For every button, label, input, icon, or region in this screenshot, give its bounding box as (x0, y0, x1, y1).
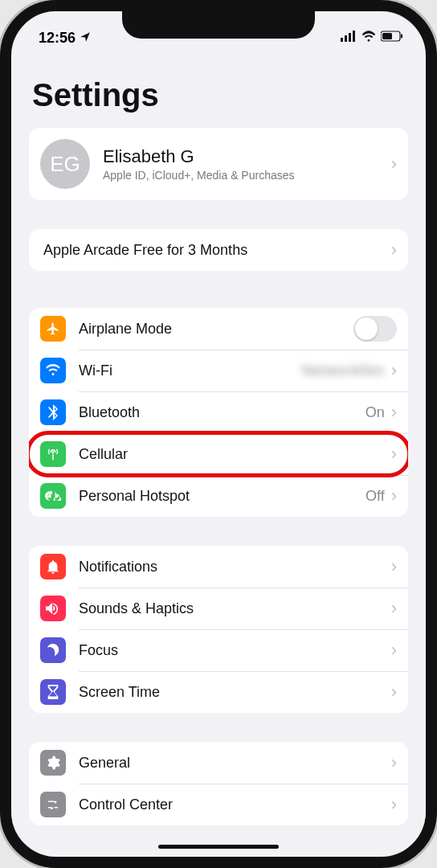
chevron-right-icon: › (391, 444, 397, 465)
screen-time-row[interactable]: Screen Time › (29, 671, 408, 713)
chevron-right-icon: › (391, 752, 397, 773)
chevron-right-icon: › (391, 360, 397, 381)
apple-arcade-promo-row[interactable]: Apple Arcade Free for 3 Months › (29, 229, 408, 271)
focus-row[interactable]: Focus › (29, 629, 408, 671)
sounds-label: Sounds & Haptics (79, 600, 391, 617)
sounds-row[interactable]: Sounds & Haptics › (29, 588, 408, 629)
screen-time-icon (40, 679, 66, 705)
airplane-icon (40, 316, 66, 342)
wifi-icon (361, 31, 376, 45)
gear-icon (40, 750, 66, 776)
cellular-label: Cellular (79, 446, 391, 463)
general-row[interactable]: General › (29, 742, 408, 784)
cellular-row[interactable]: Cellular › (29, 433, 408, 475)
wifi-row[interactable]: Wi-Fi NetworkNm › (29, 350, 408, 391)
notifications-icon (40, 554, 66, 579)
chevron-right-icon: › (391, 556, 397, 577)
chevron-right-icon: › (391, 154, 397, 174)
profile-subtitle: Apple ID, iCloud+, Media & Purchases (103, 169, 391, 182)
chevron-right-icon: › (391, 640, 397, 661)
svg-rect-3 (353, 31, 355, 42)
wifi-label: Wi-Fi (79, 362, 302, 379)
svg-rect-2 (349, 33, 351, 42)
focus-icon (40, 637, 66, 663)
airplane-label: Airplane Mode (79, 321, 353, 338)
hotspot-label: Personal Hotspot (79, 488, 366, 505)
chevron-right-icon: › (391, 598, 397, 619)
notch (122, 11, 315, 39)
sounds-icon (40, 596, 66, 621)
avatar: EG (40, 139, 90, 189)
profile-name: Elisabeth G (103, 146, 391, 167)
svg-rect-5 (382, 33, 392, 39)
status-right (341, 31, 403, 45)
cellular-signal-icon (341, 31, 357, 45)
status-left: 12:56 (39, 30, 91, 47)
alerts-group: Notifications › Sounds & Haptics › Focus… (29, 546, 408, 713)
notifications-row[interactable]: Notifications › (29, 546, 408, 588)
control-center-row[interactable]: Control Center › (29, 784, 408, 825)
svg-rect-1 (345, 35, 347, 42)
svg-rect-0 (341, 38, 343, 42)
bluetooth-row[interactable]: Bluetooth On › (29, 391, 408, 433)
chevron-right-icon: › (391, 794, 397, 815)
promo-group: Apple Arcade Free for 3 Months › (29, 229, 408, 271)
control-center-icon (40, 792, 66, 817)
hotspot-icon (40, 483, 66, 509)
bluetooth-value: On (366, 404, 385, 421)
home-indicator[interactable] (158, 845, 279, 849)
profile-group: EG Elisabeth G Apple ID, iCloud+, Media … (29, 128, 408, 200)
system-group: General › Control Center › (29, 742, 408, 825)
general-label: General (79, 755, 391, 772)
cellular-icon (40, 441, 66, 467)
page-title: Settings (32, 77, 405, 113)
status-time: 12:56 (39, 30, 76, 47)
airplane-mode-row[interactable]: Airplane Mode (29, 308, 408, 350)
connectivity-group: Airplane Mode Wi-Fi NetworkNm › Bluetoot… (29, 308, 408, 517)
hotspot-value: Off (366, 488, 385, 505)
control-center-label: Control Center (79, 796, 391, 813)
bluetooth-icon (40, 399, 66, 425)
focus-label: Focus (79, 642, 391, 659)
phone-frame: 12:56 Settings EG Elisabeth G (0, 0, 437, 868)
chevron-right-icon: › (391, 402, 397, 423)
notifications-label: Notifications (79, 559, 391, 575)
promo-label: Apple Arcade Free for 3 Months (43, 242, 391, 259)
apple-id-row[interactable]: EG Elisabeth G Apple ID, iCloud+, Media … (29, 128, 408, 200)
wifi-settings-icon (40, 358, 66, 383)
bluetooth-label: Bluetooth (79, 404, 366, 421)
wifi-value: NetworkNm (302, 362, 385, 379)
airplane-toggle[interactable] (353, 316, 397, 342)
chevron-right-icon: › (391, 682, 397, 702)
chevron-right-icon: › (391, 485, 397, 506)
screen-time-label: Screen Time (79, 684, 391, 701)
battery-icon (381, 31, 403, 45)
personal-hotspot-row[interactable]: Personal Hotspot Off › (29, 475, 408, 517)
location-icon (80, 30, 91, 47)
chevron-right-icon: › (391, 240, 397, 260)
svg-rect-6 (401, 35, 402, 39)
settings-screen[interactable]: Settings EG Elisabeth G Apple ID, iCloud… (11, 53, 426, 857)
